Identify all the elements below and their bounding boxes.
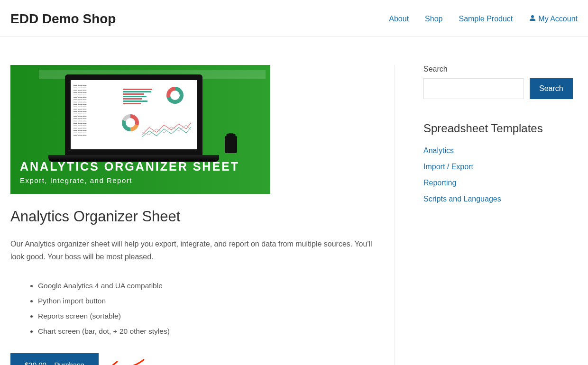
search-input[interactable] — [423, 78, 524, 99]
bar-chart-icon — [123, 89, 152, 104]
spreadsheet-rows: ▬▬ ▬ ▬ ▬▬▬▬ ▬ ▬ ▬▬▬▬ ▬ ▬ ▬▬▬▬ ▬ ▬ ▬▬▬▬ ▬… — [74, 84, 86, 136]
sidebar: Search Search Spreadsheet Templates Anal… — [395, 65, 556, 365]
widget-title: Spreadsheet Templates — [423, 122, 556, 135]
list-item: Python import button — [38, 293, 376, 309]
line-chart-icon — [142, 118, 191, 142]
primary-nav: About Shop Sample Product My Account — [389, 14, 578, 24]
purchase-row: $20.00 – Purchase — [10, 353, 376, 365]
person-icon — [529, 14, 536, 24]
category-reporting[interactable]: Reporting — [423, 179, 556, 187]
nav-about[interactable]: About — [389, 15, 409, 23]
site-header: EDD Demo Shop About Shop Sample Product … — [0, 0, 588, 36]
search-label: Search — [423, 65, 556, 73]
main-content: ▬▬ ▬ ▬ ▬▬▬▬ ▬ ▬ ▬▬▬▬ ▬ ▬ ▬▬▬▬ ▬ ▬ ▬▬▬▬ ▬… — [10, 65, 395, 365]
category-list: Analytics Import / Export Reporting Scri… — [423, 146, 556, 203]
category-scripts-languages[interactable]: Scripts and Languages — [423, 195, 556, 203]
category-import-export[interactable]: Import / Export — [423, 163, 556, 171]
purchase-button[interactable]: $20.00 – Purchase — [10, 353, 99, 365]
product-hero-image: ▬▬ ▬ ▬ ▬▬▬▬ ▬ ▬ ▬▬▬▬ ▬ ▬ ▬▬▬▬ ▬ ▬ ▬▬▬▬ ▬… — [10, 65, 270, 194]
laptop-mock: ▬▬ ▬ ▬ ▬▬▬▬ ▬ ▬ ▬▬▬▬ ▬ ▬ ▬▬▬▬ ▬ ▬ ▬▬▬▬ ▬… — [48, 74, 219, 174]
coffee-cup-icon — [225, 136, 237, 153]
feature-list: Google Analytics 4 and UA compatible Pyt… — [10, 278, 376, 339]
product-description: Our Analytics organizer sheet will help … — [10, 237, 376, 263]
list-item: Google Analytics 4 and UA compatible — [38, 278, 376, 293]
nav-my-account-label: My Account — [538, 15, 578, 23]
nav-sample-product[interactable]: Sample Product — [459, 15, 513, 23]
list-item: Chart screen (bar, dot, + 20 other style… — [38, 324, 376, 339]
nav-my-account[interactable]: My Account — [529, 14, 578, 24]
category-analytics[interactable]: Analytics — [423, 146, 556, 155]
search-form: Search — [423, 78, 556, 99]
donut-chart-icon — [122, 114, 139, 131]
product-title: Analytics Organizer Sheet — [10, 208, 376, 225]
nav-shop[interactable]: Shop — [425, 15, 442, 23]
hero-title: ANALYTICS ORGANIZER SHEET — [20, 160, 261, 173]
list-item: Reports screen (sortable) — [38, 309, 376, 324]
hero-subtitle: Export, Integrate, and Report — [20, 176, 261, 184]
search-button[interactable]: Search — [530, 78, 573, 99]
donut-chart-icon — [166, 87, 184, 104]
site-title[interactable]: EDD Demo Shop — [10, 11, 116, 27]
page-container: ▬▬ ▬ ▬ ▬▬▬▬ ▬ ▬ ▬▬▬▬ ▬ ▬ ▬▬▬▬ ▬ ▬ ▬▬▬▬ ▬… — [0, 36, 588, 365]
laptop-screen: ▬▬ ▬ ▬ ▬▬▬▬ ▬ ▬ ▬▬▬▬ ▬ ▬ ▬▬▬▬ ▬ ▬ ▬▬▬▬ ▬… — [65, 74, 202, 155]
arrow-annotation-icon — [107, 357, 140, 365]
